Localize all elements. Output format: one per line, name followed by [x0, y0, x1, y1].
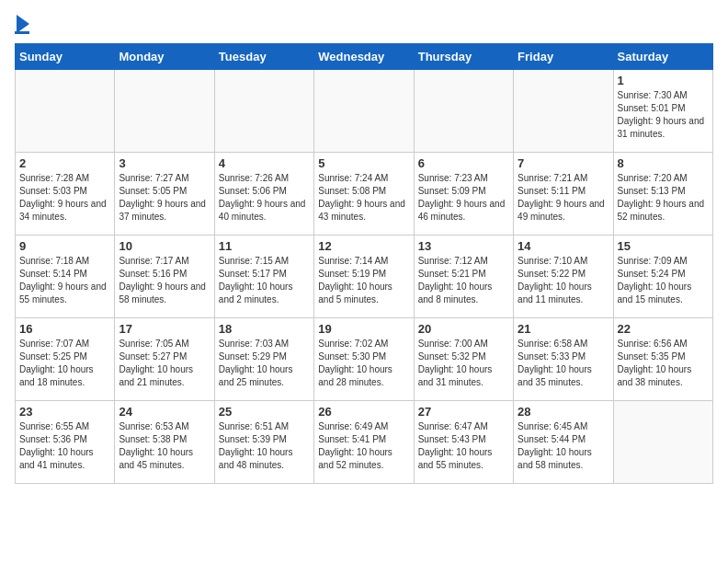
day-info: Sunrise: 6:51 AM Sunset: 5:39 PM Dayligh… [219, 420, 310, 472]
day-info: Sunrise: 7:21 AM Sunset: 5:11 PM Dayligh… [518, 172, 609, 224]
calendar-table: SundayMondayTuesdayWednesdayThursdayFrid… [15, 43, 713, 484]
day-number: 18 [219, 322, 310, 336]
calendar-cell: 12Sunrise: 7:14 AM Sunset: 5:19 PM Dayli… [314, 236, 414, 318]
day-number: 12 [318, 239, 409, 253]
calendar-cell: 15Sunrise: 7:09 AM Sunset: 5:24 PM Dayli… [613, 236, 712, 318]
calendar-cell: 25Sunrise: 6:51 AM Sunset: 5:39 PM Dayli… [214, 401, 313, 484]
day-number: 24 [119, 405, 210, 419]
day-number: 17 [119, 322, 210, 336]
calendar-cell: 26Sunrise: 6:49 AM Sunset: 5:41 PM Dayli… [314, 401, 414, 484]
day-number: 27 [418, 405, 509, 419]
calendar-cell: 5Sunrise: 7:24 AM Sunset: 5:08 PM Daylig… [314, 153, 414, 236]
calendar-cell: 16Sunrise: 7:07 AM Sunset: 5:25 PM Dayli… [16, 318, 115, 401]
calendar-cell: 4Sunrise: 7:26 AM Sunset: 5:06 PM Daylig… [214, 153, 313, 236]
day-number: 9 [19, 239, 110, 253]
day-info: Sunrise: 7:17 AM Sunset: 5:16 PM Dayligh… [119, 255, 210, 306]
day-number: 5 [318, 156, 409, 170]
day-info: Sunrise: 7:30 AM Sunset: 5:01 PM Dayligh… [618, 89, 709, 141]
calendar-cell: 14Sunrise: 7:10 AM Sunset: 5:22 PM Dayli… [514, 236, 613, 318]
day-info: Sunrise: 6:45 AM Sunset: 5:44 PM Dayligh… [518, 420, 609, 472]
column-header-thursday: Thursday [414, 44, 513, 70]
calendar-cell: 24Sunrise: 6:53 AM Sunset: 5:38 PM Dayli… [115, 401, 214, 484]
day-info: Sunrise: 6:53 AM Sunset: 5:38 PM Dayligh… [119, 420, 210, 472]
calendar-header-row: SundayMondayTuesdayWednesdayThursdayFrid… [16, 44, 713, 70]
column-header-tuesday: Tuesday [214, 44, 313, 70]
calendar-cell: 7Sunrise: 7:21 AM Sunset: 5:11 PM Daylig… [514, 153, 613, 236]
calendar-cell: 11Sunrise: 7:15 AM Sunset: 5:17 PM Dayli… [214, 236, 313, 318]
day-info: Sunrise: 7:20 AM Sunset: 5:13 PM Dayligh… [618, 172, 709, 224]
logo-underline [15, 31, 29, 34]
day-info: Sunrise: 7:09 AM Sunset: 5:24 PM Dayligh… [618, 255, 709, 306]
calendar-cell: 19Sunrise: 7:02 AM Sunset: 5:30 PM Dayli… [314, 318, 414, 401]
calendar-cell: 13Sunrise: 7:12 AM Sunset: 5:21 PM Dayli… [414, 236, 513, 318]
calendar-cell [414, 70, 513, 153]
day-number: 7 [518, 156, 609, 170]
calendar-cell: 17Sunrise: 7:05 AM Sunset: 5:27 PM Dayli… [115, 318, 214, 401]
day-info: Sunrise: 6:56 AM Sunset: 5:35 PM Dayligh… [618, 338, 709, 389]
week-row-4: 16Sunrise: 7:07 AM Sunset: 5:25 PM Dayli… [16, 318, 713, 401]
day-info: Sunrise: 7:23 AM Sunset: 5:09 PM Dayligh… [418, 172, 509, 224]
day-info: Sunrise: 7:26 AM Sunset: 5:06 PM Dayligh… [219, 172, 310, 224]
day-number: 2 [19, 156, 110, 170]
column-header-wednesday: Wednesday [314, 44, 414, 70]
calendar-cell: 6Sunrise: 7:23 AM Sunset: 5:09 PM Daylig… [414, 153, 513, 236]
day-number: 3 [119, 156, 210, 170]
calendar-cell: 28Sunrise: 6:45 AM Sunset: 5:44 PM Dayli… [514, 401, 613, 484]
day-number: 10 [119, 239, 210, 253]
day-info: Sunrise: 6:47 AM Sunset: 5:43 PM Dayligh… [418, 420, 509, 472]
day-number: 21 [518, 322, 609, 336]
day-info: Sunrise: 6:55 AM Sunset: 5:36 PM Dayligh… [19, 420, 110, 472]
day-number: 26 [318, 405, 409, 419]
page-header [15, 15, 713, 34]
calendar-cell: 21Sunrise: 6:58 AM Sunset: 5:33 PM Dayli… [514, 318, 613, 401]
day-number: 23 [19, 405, 110, 419]
day-number: 22 [618, 322, 709, 336]
logo [15, 15, 29, 34]
week-row-1: 1Sunrise: 7:30 AM Sunset: 5:01 PM Daylig… [16, 70, 713, 153]
day-number: 8 [618, 156, 709, 170]
day-number: 16 [19, 322, 110, 336]
calendar-cell: 9Sunrise: 7:18 AM Sunset: 5:14 PM Daylig… [16, 236, 115, 318]
day-info: Sunrise: 6:58 AM Sunset: 5:33 PM Dayligh… [518, 338, 609, 389]
day-number: 19 [318, 322, 409, 336]
day-info: Sunrise: 7:14 AM Sunset: 5:19 PM Dayligh… [318, 255, 409, 306]
day-number: 28 [518, 405, 609, 419]
day-info: Sunrise: 7:18 AM Sunset: 5:14 PM Dayligh… [19, 255, 110, 306]
calendar-cell: 27Sunrise: 6:47 AM Sunset: 5:43 PM Dayli… [414, 401, 513, 484]
day-info: Sunrise: 7:12 AM Sunset: 5:21 PM Dayligh… [418, 255, 509, 306]
calendar-cell: 23Sunrise: 6:55 AM Sunset: 5:36 PM Dayli… [16, 401, 115, 484]
column-header-monday: Monday [115, 44, 214, 70]
calendar-cell: 3Sunrise: 7:27 AM Sunset: 5:05 PM Daylig… [115, 153, 214, 236]
calendar-cell: 8Sunrise: 7:20 AM Sunset: 5:13 PM Daylig… [613, 153, 712, 236]
calendar-cell: 1Sunrise: 7:30 AM Sunset: 5:01 PM Daylig… [613, 70, 712, 153]
day-number: 11 [219, 239, 310, 253]
calendar-cell [613, 401, 712, 484]
week-row-3: 9Sunrise: 7:18 AM Sunset: 5:14 PM Daylig… [16, 236, 713, 318]
day-info: Sunrise: 7:00 AM Sunset: 5:32 PM Dayligh… [418, 338, 509, 389]
week-row-2: 2Sunrise: 7:28 AM Sunset: 5:03 PM Daylig… [16, 153, 713, 236]
day-info: Sunrise: 7:15 AM Sunset: 5:17 PM Dayligh… [219, 255, 310, 306]
calendar-cell [514, 70, 613, 153]
day-number: 14 [518, 239, 609, 253]
column-header-sunday: Sunday [16, 44, 115, 70]
day-info: Sunrise: 7:10 AM Sunset: 5:22 PM Dayligh… [518, 255, 609, 306]
calendar-cell [214, 70, 313, 153]
column-header-friday: Friday [514, 44, 613, 70]
day-info: Sunrise: 6:49 AM Sunset: 5:41 PM Dayligh… [318, 420, 409, 472]
day-info: Sunrise: 7:05 AM Sunset: 5:27 PM Dayligh… [119, 338, 210, 389]
calendar-cell [16, 70, 115, 153]
day-info: Sunrise: 7:28 AM Sunset: 5:03 PM Dayligh… [19, 172, 110, 224]
day-number: 1 [618, 74, 709, 87]
calendar-cell: 20Sunrise: 7:00 AM Sunset: 5:32 PM Dayli… [414, 318, 513, 401]
day-info: Sunrise: 7:07 AM Sunset: 5:25 PM Dayligh… [19, 338, 110, 389]
day-info: Sunrise: 7:27 AM Sunset: 5:05 PM Dayligh… [119, 172, 210, 224]
day-number: 6 [418, 156, 509, 170]
day-number: 4 [219, 156, 310, 170]
calendar-cell [115, 70, 214, 153]
calendar-cell [314, 70, 414, 153]
week-row-5: 23Sunrise: 6:55 AM Sunset: 5:36 PM Dayli… [16, 401, 713, 484]
logo-arrow-icon [17, 15, 29, 33]
day-number: 25 [219, 405, 310, 419]
day-info: Sunrise: 7:02 AM Sunset: 5:30 PM Dayligh… [318, 338, 409, 389]
day-info: Sunrise: 7:03 AM Sunset: 5:29 PM Dayligh… [219, 338, 310, 389]
